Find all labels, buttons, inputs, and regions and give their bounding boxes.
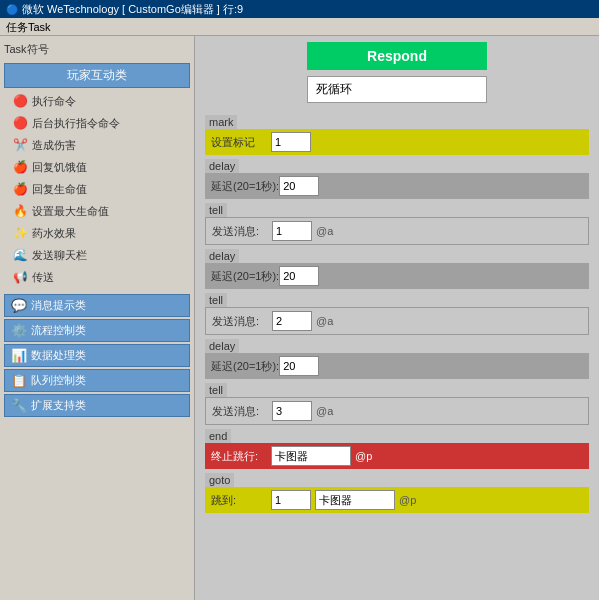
mark-row: 设置标记 bbox=[205, 129, 589, 155]
tell2-row: 发送消息: @a bbox=[205, 307, 589, 335]
sidebar-item-bg-cmd[interactable]: 🔴 后台执行指令命令 bbox=[4, 112, 190, 134]
block-tell-3: tell 发送消息: @a bbox=[205, 383, 589, 425]
delay3-input[interactable] bbox=[279, 356, 319, 376]
end-input[interactable] bbox=[271, 446, 351, 466]
sidebar-item-teleport-label: 传送 bbox=[32, 270, 54, 285]
sidebar-item-hp[interactable]: 🍎 回复生命值 bbox=[4, 178, 190, 200]
goto-input2[interactable] bbox=[315, 490, 395, 510]
sidebar-cat-data[interactable]: 📊 数据处理类 bbox=[4, 344, 190, 367]
goto-input1[interactable] bbox=[271, 490, 311, 510]
block-tell-2: tell 发送消息: @a bbox=[205, 293, 589, 335]
sidebar-item-damage[interactable]: ✂️ 造成伤害 bbox=[4, 134, 190, 156]
menu-bar[interactable]: 任务Task bbox=[0, 18, 599, 36]
main-area: Task符号 玩家互动类 🔴 执行命令 🔴 后台执行指令命令 ✂️ 造成伤害 🍎… bbox=[0, 36, 599, 600]
hp-icon: 🍎 bbox=[12, 181, 28, 197]
respond-header: Respond bbox=[307, 42, 487, 70]
tell2-row-label: 发送消息: bbox=[212, 314, 272, 329]
sidebar-item-damage-label: 造成伤害 bbox=[32, 138, 76, 153]
sidebar-item-maxhp-label: 设置最大生命值 bbox=[32, 204, 109, 219]
message-cat-icon: 💬 bbox=[11, 298, 27, 313]
sidebar-item-teleport[interactable]: 📢 传送 bbox=[4, 266, 190, 288]
tell1-at: @a bbox=[316, 225, 333, 237]
tell3-section-label: tell bbox=[205, 383, 227, 397]
extend-cat-label: 扩展支持类 bbox=[31, 398, 86, 413]
hunger-icon: 🍎 bbox=[12, 159, 28, 175]
block-tell-1: tell 发送消息: @a bbox=[205, 203, 589, 245]
title-bar: 🔵 微软 WeTechnology [ CustomGo编辑器 ] 行:9 bbox=[0, 0, 599, 18]
panel-title: Task符号 bbox=[4, 40, 190, 59]
end-row: 终止跳行: @p bbox=[205, 443, 589, 469]
delay3-row-label: 延迟(20=1秒): bbox=[211, 359, 279, 374]
damage-icon: ✂️ bbox=[12, 137, 28, 153]
sidebar-item-hunger-label: 回复饥饿值 bbox=[32, 160, 87, 175]
mark-input[interactable] bbox=[271, 132, 311, 152]
tell1-row: 发送消息: @a bbox=[205, 217, 589, 245]
goto-at: @p bbox=[399, 494, 416, 506]
goto-section-label: goto bbox=[205, 473, 234, 487]
sidebar-item-chat[interactable]: 🌊 发送聊天栏 bbox=[4, 244, 190, 266]
maxhp-icon: 🔥 bbox=[12, 203, 28, 219]
sidebar-item-execute[interactable]: 🔴 执行命令 bbox=[4, 90, 190, 112]
end-row-label: 终止跳行: bbox=[211, 449, 271, 464]
delay3-section-label: delay bbox=[205, 339, 239, 353]
delay2-section-label: delay bbox=[205, 249, 239, 263]
delay2-input[interactable] bbox=[279, 266, 319, 286]
mark-section-label: mark bbox=[205, 115, 237, 129]
tell2-section-label: tell bbox=[205, 293, 227, 307]
sidebar-cat-message[interactable]: 💬 消息提示类 bbox=[4, 294, 190, 317]
delay1-section-label: delay bbox=[205, 159, 239, 173]
title-bar-text: 微软 WeTechnology [ CustomGo编辑器 ] 行:9 bbox=[22, 2, 243, 17]
sidebar-item-hunger[interactable]: 🍎 回复饥饿值 bbox=[4, 156, 190, 178]
menu-task[interactable]: 任务Task bbox=[6, 21, 51, 33]
sidebar-cat-extend[interactable]: 🔧 扩展支持类 bbox=[4, 394, 190, 417]
title-bar-icon: 🔵 bbox=[6, 4, 18, 15]
mark-row-label: 设置标记 bbox=[211, 135, 271, 150]
sidebar-item-chat-label: 发送聊天栏 bbox=[32, 248, 87, 263]
tell3-row-label: 发送消息: bbox=[212, 404, 272, 419]
respond-text: 死循环 bbox=[307, 76, 487, 103]
block-end: end 终止跳行: @p bbox=[205, 429, 589, 469]
left-panel: Task符号 玩家互动类 🔴 执行命令 🔴 后台执行指令命令 ✂️ 造成伤害 🍎… bbox=[0, 36, 195, 600]
delay1-input[interactable] bbox=[279, 176, 319, 196]
sidebar-item-hp-label: 回复生命值 bbox=[32, 182, 87, 197]
block-delay-2: delay 延迟(20=1秒): bbox=[205, 249, 589, 289]
delay3-row: 延迟(20=1秒): bbox=[205, 353, 589, 379]
tell3-input[interactable] bbox=[272, 401, 312, 421]
flow-cat-label: 流程控制类 bbox=[31, 323, 86, 338]
tell3-at: @a bbox=[316, 405, 333, 417]
tell1-input[interactable] bbox=[272, 221, 312, 241]
bg-cmd-icon: 🔴 bbox=[12, 115, 28, 131]
sidebar-item-bg-cmd-label: 后台执行指令命令 bbox=[32, 116, 120, 131]
block-delay-3: delay 延迟(20=1秒): bbox=[205, 339, 589, 379]
queue-cat-icon: 📋 bbox=[11, 373, 27, 388]
sidebar-item-potion-label: 药水效果 bbox=[32, 226, 76, 241]
sidebar-cat-flow[interactable]: ⚙️ 流程控制类 bbox=[4, 319, 190, 342]
execute-icon: 🔴 bbox=[12, 93, 28, 109]
block-delay-1: delay 延迟(20=1秒): bbox=[205, 159, 589, 199]
sidebar-item-execute-label: 执行命令 bbox=[32, 94, 76, 109]
delay2-row: 延迟(20=1秒): bbox=[205, 263, 589, 289]
delay1-row: 延迟(20=1秒): bbox=[205, 173, 589, 199]
goto-row-label: 跳到: bbox=[211, 493, 271, 508]
potion-icon: ✨ bbox=[12, 225, 28, 241]
sidebar-item-potion[interactable]: ✨ 药水效果 bbox=[4, 222, 190, 244]
tell1-section-label: tell bbox=[205, 203, 227, 217]
sidebar-cat-queue[interactable]: 📋 队列控制类 bbox=[4, 369, 190, 392]
block-mark: mark 设置标记 bbox=[205, 115, 589, 155]
flow-cat-icon: ⚙️ bbox=[11, 323, 27, 338]
tell2-at: @a bbox=[316, 315, 333, 327]
goto-row: 跳到: @p bbox=[205, 487, 589, 513]
data-cat-icon: 📊 bbox=[11, 348, 27, 363]
tell2-input[interactable] bbox=[272, 311, 312, 331]
end-at: @p bbox=[355, 450, 372, 462]
queue-cat-label: 队列控制类 bbox=[31, 373, 86, 388]
chat-icon: 🌊 bbox=[12, 247, 28, 263]
delay2-row-label: 延迟(20=1秒): bbox=[211, 269, 279, 284]
sidebar-item-maxhp[interactable]: 🔥 设置最大生命值 bbox=[4, 200, 190, 222]
tell3-row: 发送消息: @a bbox=[205, 397, 589, 425]
data-cat-label: 数据处理类 bbox=[31, 348, 86, 363]
right-panel: Respond 死循环 mark 设置标记 delay 延迟(20=1秒): t… bbox=[195, 36, 599, 600]
teleport-icon: 📢 bbox=[12, 269, 28, 285]
sidebar-category-player[interactable]: 玩家互动类 bbox=[4, 63, 190, 88]
delay1-row-label: 延迟(20=1秒): bbox=[211, 179, 279, 194]
